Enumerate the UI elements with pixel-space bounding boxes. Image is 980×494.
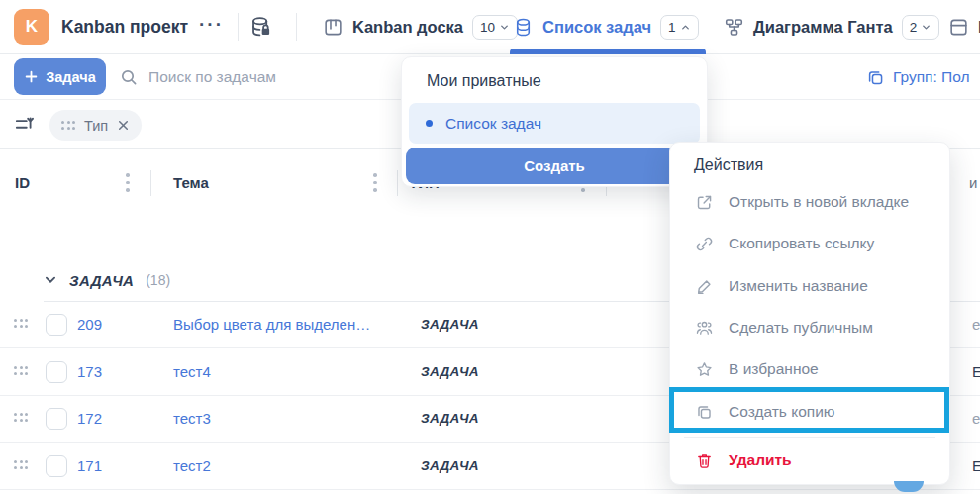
column-menu-icon[interactable] <box>126 173 130 192</box>
group-header-task: ЗАДАЧА (18) <box>44 267 170 293</box>
copy-icon <box>695 403 714 422</box>
top-header: K Kanban проект ··· Kanban доска <box>0 0 980 54</box>
task-subject-link[interactable]: тест2 <box>173 457 211 474</box>
search-box <box>119 54 376 100</box>
popover-section-title: Мои приватные <box>427 72 541 90</box>
menu-item-duplicate[interactable]: Создать копию <box>670 396 949 428</box>
menu-scroll-indicator <box>894 481 924 492</box>
layers-icon <box>866 68 885 87</box>
task-id-link[interactable]: 173 <box>77 363 102 380</box>
filter-chip-type[interactable]: Тип <box>49 110 142 141</box>
tab-label: Kanban доска <box>352 18 463 37</box>
actions-context-menu: Действия Открыть в новой вкладке Скопиро… <box>669 142 950 485</box>
row-drag-handle[interactable] <box>14 413 28 422</box>
task-subject-link[interactable]: тест3 <box>173 410 211 427</box>
row-drag-handle[interactable] <box>14 366 28 375</box>
sort-order-icon[interactable] <box>13 114 35 136</box>
search-icon <box>119 67 139 87</box>
row-checkbox[interactable] <box>46 455 67 477</box>
clipped-cell-text: Е <box>972 363 980 380</box>
popover-item-task-list[interactable]: Список задач <box>409 103 700 144</box>
tab-count: 1 <box>668 20 676 35</box>
clipped-cell-text: Е <box>972 457 980 474</box>
group-name[interactable]: ЗАДАЧА <box>69 272 134 289</box>
add-task-label: Задача <box>46 69 96 85</box>
project-more-button[interactable]: ··· <box>199 0 224 49</box>
tab-label: Диаграмма Ганта <box>753 18 893 37</box>
tab-kanban-board[interactable]: Kanban доска 10 <box>323 0 518 54</box>
menu-item-label: Удалить <box>729 451 792 469</box>
clipped-cell-text: е <box>972 410 980 427</box>
menu-item-label: Сделать публичным <box>729 319 873 337</box>
menu-item-favorite[interactable]: В избранное <box>670 353 949 385</box>
column-divider <box>150 170 151 196</box>
selected-bullet-icon <box>426 120 433 127</box>
column-header-id: ID <box>15 174 30 191</box>
board-icon <box>948 17 969 38</box>
task-type: ЗАДАЧА <box>421 364 479 379</box>
database-lock-icon[interactable] <box>248 15 272 39</box>
menu-item-label: Изменить название <box>729 277 868 295</box>
row-drag-handle[interactable] <box>14 460 28 469</box>
task-type: ЗАДАЧА <box>421 411 479 426</box>
context-menu-title: Действия <box>694 156 763 174</box>
tab-task-list[interactable]: Список задач 1 <box>513 0 699 54</box>
project-title: Kanban проект <box>61 0 188 53</box>
column-divider <box>397 170 398 196</box>
menu-item-make-public[interactable]: Сделать публичным <box>670 312 949 344</box>
task-type: ЗАДАЧА <box>421 317 479 332</box>
menu-item-open-new-tab[interactable]: Открыть в новой вкладке <box>670 186 949 218</box>
column-header-clipped: и <box>969 174 977 191</box>
column-menu-icon[interactable] <box>373 173 377 192</box>
clipped-cell-text: е <box>972 316 980 333</box>
row-checkbox[interactable] <box>46 314 67 336</box>
people-icon <box>695 319 714 338</box>
tab-count: 10 <box>480 20 495 35</box>
external-link-icon <box>695 193 714 212</box>
tab-count: 2 <box>910 20 918 35</box>
pencil-icon <box>695 277 714 296</box>
tab-partial[interactable]: П <box>948 0 980 54</box>
column-header-subject: Тема <box>173 174 209 191</box>
tab-label: Список задач <box>542 18 651 37</box>
filter-chip-label: Тип <box>84 118 108 134</box>
menu-item-label: Скопировать ссылку <box>729 235 874 252</box>
task-id-link[interactable]: 172 <box>77 410 102 427</box>
row-drag-handle[interactable] <box>14 319 28 328</box>
link-icon <box>695 235 714 253</box>
divider <box>296 13 297 41</box>
search-input[interactable] <box>148 68 376 86</box>
gantt-chart-icon <box>724 17 744 38</box>
kanban-board-icon <box>323 17 343 38</box>
menu-item-delete[interactable]: Удалить <box>670 445 949 476</box>
grouping-button[interactable]: Групп: Пол <box>866 54 970 100</box>
divider <box>238 13 239 41</box>
task-type: ЗАДАЧА <box>421 458 479 473</box>
menu-item-rename[interactable]: Изменить название <box>670 270 949 302</box>
task-list-icon <box>513 17 534 38</box>
trash-icon <box>695 451 714 470</box>
add-task-button[interactable]: Задача <box>14 58 106 95</box>
menu-item-label: В избранное <box>729 360 819 378</box>
row-checkbox[interactable] <box>46 361 67 383</box>
create-view-button[interactable]: Создать <box>406 148 703 184</box>
grouping-label: Групп: Пол <box>893 68 970 86</box>
task-subject-link[interactable]: Выбор цвета для выделен… <box>173 316 370 333</box>
task-subject-link[interactable]: тест4 <box>173 363 211 380</box>
tab-count-dropdown[interactable]: 10 <box>472 15 518 40</box>
tab-gantt[interactable]: Диаграмма Ганта 2 <box>724 0 939 54</box>
views-popover: Мои приватные Список задач Создать <box>401 56 708 187</box>
row-checkbox[interactable] <box>46 408 67 430</box>
tab-count-dropdown[interactable]: 2 <box>902 15 940 40</box>
menu-separator <box>684 437 935 438</box>
project-avatar[interactable]: K <box>14 9 49 45</box>
close-icon[interactable] <box>117 119 130 132</box>
task-id-link[interactable]: 209 <box>77 316 102 333</box>
task-id-link[interactable]: 171 <box>77 457 102 474</box>
drag-handle-icon[interactable] <box>61 121 75 130</box>
menu-item-label: Создать копию <box>729 403 834 421</box>
menu-item-copy-link[interactable]: Скопировать ссылку <box>670 228 949 259</box>
popover-item-label: Список задач <box>445 115 541 133</box>
tab-count-dropdown[interactable]: 1 <box>660 15 699 40</box>
chevron-down-icon[interactable] <box>44 273 57 287</box>
